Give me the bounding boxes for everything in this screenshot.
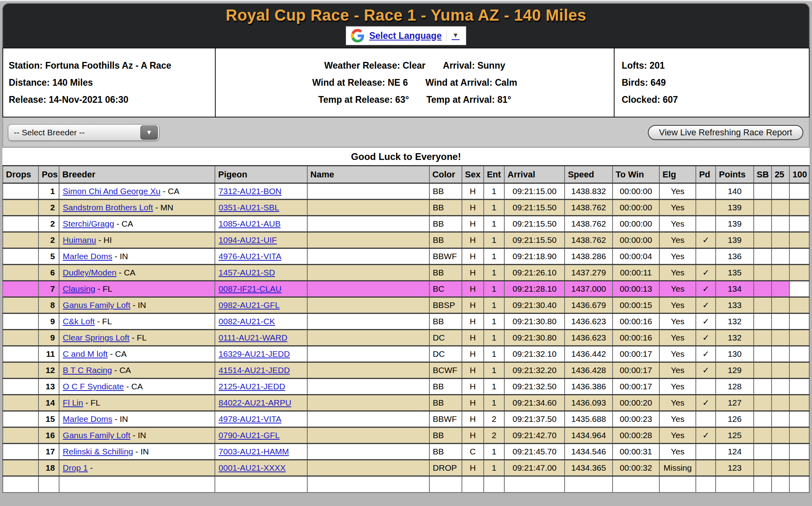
breeder-link[interactable]: Clausing	[63, 284, 95, 293]
cell-sex: H	[462, 362, 484, 379]
cell-points: 129	[716, 362, 753, 379]
pigeon-link[interactable]: 0982-AU21-GFL	[218, 300, 280, 310]
breeder-link[interactable]: Relinski & Schilling	[63, 447, 133, 456]
breeder-select[interactable]: -- Select Breeder -- ▼	[8, 124, 159, 141]
pigeon-link[interactable]: 4976-AU21-VITA	[218, 252, 281, 261]
language-dropdown-caret-icon[interactable]: ▼	[452, 31, 460, 40]
pigeon-link[interactable]: 0082-AU21-CK	[218, 317, 275, 326]
cell-breeder: Relinski & Schilling - IN	[59, 444, 215, 460]
pigeon-link[interactable]: 7312-AU21-BON	[218, 187, 282, 196]
chevron-down-icon[interactable]: ▼	[140, 125, 158, 140]
cell-pigeon: 84022-AU21-ARPU	[215, 395, 307, 411]
cell-name	[307, 379, 429, 395]
col-header-100: 100	[789, 166, 809, 183]
breeder-link[interactable]: C&k Loft	[63, 317, 95, 326]
breeder-link[interactable]: Clear Springs Loft	[63, 333, 129, 342]
cell-sb	[754, 330, 772, 346]
cell-c25	[772, 248, 789, 265]
pigeon-link[interactable]: 0087-IF21-CLAU	[218, 284, 282, 293]
cell-arrival: 09:21:15.50	[504, 232, 565, 248]
cell-pd	[696, 200, 716, 216]
breeder-link[interactable]: Marlee Doms	[63, 414, 112, 423]
cell-drops	[3, 362, 38, 379]
message-band: Good Luck to Everyone!	[2, 148, 810, 165]
google-translate-widget[interactable]: Select Language ▼	[346, 26, 466, 45]
breeder-link[interactable]: C and M loft	[63, 349, 107, 358]
pigeon-link[interactable]: 1457-AU21-SD	[218, 268, 275, 277]
breeder-state: - CA	[112, 366, 131, 375]
breeder-link[interactable]: Huimanu	[63, 235, 96, 244]
pigeon-link[interactable]: 0001-AU21-XXXX	[218, 463, 285, 472]
breeder-link[interactable]: Ganus Family Loft	[63, 431, 130, 440]
pigeon-link[interactable]: 7003-AU21-HAMM	[218, 447, 289, 456]
breeder-state: - CA	[124, 382, 143, 391]
cell-pd: ✓	[696, 314, 716, 330]
breeder-link[interactable]: Fl Lin	[63, 398, 83, 407]
cell-arrival: 09:21:45.70	[504, 444, 565, 460]
cell-points: 139	[716, 216, 753, 232]
table-row: 18Drop 1 -0001-AU21-XXXXDROPH109:21:47.0…	[3, 460, 809, 476]
table-row: 8Ganus Family Loft - IN0982-AU21-GFLBBSP…	[3, 297, 809, 314]
cell-points: 128	[716, 379, 753, 395]
pigeon-link[interactable]: 2125-AU21-JEDD	[218, 382, 285, 391]
cell-points: 124	[716, 444, 753, 460]
pigeon-link[interactable]: 1094-AU21-UIF	[218, 235, 277, 244]
cell-sb	[754, 362, 772, 379]
cell-sb	[754, 411, 772, 427]
view-live-report-button[interactable]: View Live Refreshing Race Report	[648, 125, 803, 140]
cell-c25	[772, 330, 789, 346]
cell-towin: 00:00:31	[613, 444, 659, 460]
cell-points: 139	[716, 200, 753, 216]
cell-arrival: 09:21:15.50	[504, 200, 565, 216]
pigeon-link[interactable]: 16329-AU21-JEDD	[218, 349, 290, 358]
cell-sb	[754, 346, 772, 362]
pigeon-link[interactable]: 4978-AU21-VITA	[218, 414, 281, 423]
cell-ent: 1	[484, 232, 504, 248]
cell-towin: 00:00:11	[613, 265, 659, 281]
cell-c100	[789, 460, 809, 476]
breeder-link[interactable]: Drop 1	[63, 463, 88, 472]
cell-pd: ✓	[696, 232, 716, 248]
table-row: 12B T C Racing - CA41514-AU21-JEDDBCWFH1…	[3, 362, 809, 379]
cell-ent: 1	[484, 265, 504, 281]
breeder-link[interactable]: Sandstrom Brothers Loft	[63, 203, 153, 212]
cell-ent: 1	[484, 314, 504, 330]
temp-line: Temp at Release: 63° Temp at Arrival: 81…	[318, 94, 511, 105]
cell-color: BBWF	[429, 248, 462, 265]
cell-speed: 1437.279	[565, 265, 612, 281]
pigeon-link[interactable]: 0790-AU21-GFL	[218, 431, 280, 440]
cell-ent: 1	[484, 362, 504, 379]
cell-sb	[754, 314, 772, 330]
breeder-link[interactable]: Ganus Family Loft	[63, 300, 130, 310]
breeder-link[interactable]: Simon Chi And George Xu	[63, 187, 160, 196]
cell-drops	[3, 476, 38, 493]
page-header: Royal Cup Race - Race 1 - Yuma AZ - 140 …	[2, 3, 810, 48]
col-header-arrival: Arrival	[504, 166, 565, 183]
breeder-link[interactable]: Sterchi/Gragg	[63, 219, 114, 228]
breeder-link[interactable]: O C F Syndicate	[63, 382, 124, 391]
pigeon-link[interactable]: 41514-AU21-JEDD	[218, 366, 290, 375]
select-language-link[interactable]: Select Language	[369, 31, 442, 41]
table-row: 17Relinski & Schilling - IN7003-AU21-HAM…	[3, 444, 809, 460]
cell-speed: 1434.964	[565, 427, 612, 444]
cell-color: BB	[429, 314, 462, 330]
cell-elg: Yes	[659, 281, 696, 297]
results-tbody: 1Simon Chi And George Xu - CA7312-AU21-B…	[3, 183, 809, 493]
pigeon-link[interactable]: 0111-AU21-WARD	[218, 333, 287, 342]
breeder-state: -	[88, 463, 93, 472]
cell-pd: ✓	[696, 346, 716, 362]
cell-c25	[772, 427, 789, 444]
cell-drops	[3, 427, 38, 444]
breeder-link[interactable]: Dudley/Moden	[63, 268, 116, 277]
cell-elg: Yes	[659, 411, 696, 427]
google-g-icon	[351, 29, 364, 42]
table-header-row: DropsPosBreederPigeonNameColorSexEntArri…	[3, 166, 809, 183]
cell-points: 132	[716, 314, 753, 330]
pigeon-link[interactable]: 1085-AU21-AUB	[218, 219, 280, 228]
breeder-link[interactable]: Marlee Doms	[63, 252, 112, 261]
pigeon-link[interactable]: 0351-AU21-SBL	[218, 203, 279, 212]
breeder-link[interactable]: B T C Racing	[63, 366, 112, 375]
pigeon-link[interactable]: 84022-AU21-ARPU	[218, 398, 291, 407]
cell-pigeon: 0982-AU21-GFL	[215, 297, 307, 314]
cell-drops	[3, 330, 38, 346]
